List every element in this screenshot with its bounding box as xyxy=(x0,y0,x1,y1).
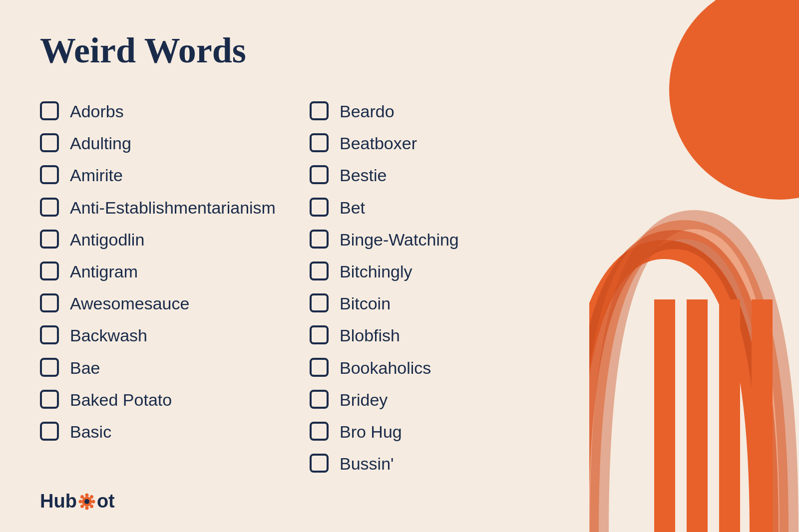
item-label: Bestie xyxy=(340,164,387,186)
checkbox-icon[interactable] xyxy=(40,133,59,152)
list-item: Bookaholics xyxy=(310,353,549,383)
checkbox-icon[interactable] xyxy=(40,165,59,184)
list-item: Basic xyxy=(40,417,280,447)
list-item: Amirite xyxy=(40,160,280,190)
hubspot-text-before: Hub xyxy=(40,491,77,512)
checkbox-icon[interactable] xyxy=(40,198,59,217)
checkbox-icon[interactable] xyxy=(310,262,329,280)
list-item: Bet xyxy=(310,193,549,223)
item-label: Bro Hug xyxy=(340,421,402,443)
list-item: Bestie xyxy=(310,160,549,190)
item-label: Bookaholics xyxy=(340,357,431,379)
checkbox-icon[interactable] xyxy=(40,262,59,280)
item-label: Antigram xyxy=(70,261,138,282)
list-item: Beatboxer xyxy=(310,128,549,158)
item-label: Backwash xyxy=(70,324,147,346)
checkbox-icon[interactable] xyxy=(310,390,329,409)
checkbox-icon[interactable] xyxy=(310,230,329,249)
hubspot-text-after: ot xyxy=(97,491,115,512)
list-item: Bussin' xyxy=(310,449,549,479)
checkbox-icon[interactable] xyxy=(310,101,329,120)
checkbox-icon[interactable] xyxy=(40,101,59,120)
checkbox-icon[interactable] xyxy=(310,325,329,344)
list-item: Adulting xyxy=(40,128,280,158)
list-item: Anti-Establishmentarianism xyxy=(40,193,280,223)
list-item: Binge-Watching xyxy=(310,225,549,255)
item-label: Bussin' xyxy=(340,453,394,475)
checkbox-icon[interactable] xyxy=(310,165,329,184)
svg-point-13 xyxy=(90,495,93,499)
item-label: Adulting xyxy=(70,132,131,154)
checkbox-icon[interactable] xyxy=(40,358,59,377)
svg-point-7 xyxy=(85,493,88,497)
item-label: Beatboxer xyxy=(340,132,417,154)
item-label: Bae xyxy=(70,357,100,379)
checkbox-icon[interactable] xyxy=(310,454,329,473)
item-label: Bet xyxy=(340,197,365,219)
list-item: Bridey xyxy=(310,385,549,415)
checkbox-icon[interactable] xyxy=(40,390,59,409)
svg-point-8 xyxy=(85,506,88,510)
list-item: Antigodlin xyxy=(40,225,280,255)
item-label: Anti-Establishmentarianism xyxy=(70,197,276,219)
list-item: Awesomesauce xyxy=(40,288,280,318)
checkbox-icon[interactable] xyxy=(310,133,329,152)
item-label: Bitchingly xyxy=(340,261,412,282)
list-item: Adorbs xyxy=(40,96,280,126)
list-item: Bro Hug xyxy=(310,417,549,447)
checkbox-icon[interactable] xyxy=(40,325,59,344)
item-label: Awesomesauce xyxy=(70,292,189,314)
item-label: Binge-Watching xyxy=(340,229,459,251)
svg-point-12 xyxy=(90,505,93,508)
item-label: Basic xyxy=(70,421,111,443)
list-item: Antigram xyxy=(40,257,280,286)
checkbox-icon[interactable] xyxy=(310,422,329,441)
item-label: Blobfish xyxy=(340,324,400,346)
item-label: Beardo xyxy=(340,100,395,122)
list-item: Beardo xyxy=(310,96,549,126)
column-left: AdorbsAdultingAmiriteAnti-Establishmenta… xyxy=(40,96,280,479)
checkbox-icon[interactable] xyxy=(40,422,59,441)
list-item: Backwash xyxy=(40,320,280,350)
hubspot-logo: Hub ot xyxy=(40,491,115,512)
column-right: BeardoBeatboxerBestieBetBinge-WatchingBi… xyxy=(310,96,549,479)
item-label: Bridey xyxy=(340,389,388,411)
word-list-container: AdorbsAdultingAmiriteAnti-Establishmenta… xyxy=(40,96,759,479)
page-title: Weird Words xyxy=(40,30,759,71)
checkbox-icon[interactable] xyxy=(310,293,329,312)
item-label: Antigodlin xyxy=(70,229,144,251)
checkbox-icon[interactable] xyxy=(310,358,329,377)
checkbox-icon[interactable] xyxy=(40,230,59,249)
list-item: Bae xyxy=(40,353,280,383)
hubspot-sprocket-icon xyxy=(77,492,96,511)
svg-point-6 xyxy=(84,499,89,504)
list-item: Bitchingly xyxy=(310,257,549,286)
svg-point-14 xyxy=(80,505,84,508)
checkbox-icon[interactable] xyxy=(40,293,59,312)
svg-point-9 xyxy=(78,500,82,503)
item-label: Amirite xyxy=(70,164,123,186)
svg-point-11 xyxy=(80,495,84,499)
checkbox-icon[interactable] xyxy=(310,198,329,217)
list-item: Bitcoin xyxy=(310,288,549,318)
item-label: Bitcoin xyxy=(340,292,391,314)
item-label: Adorbs xyxy=(70,100,124,122)
svg-point-10 xyxy=(91,500,95,503)
item-label: Baked Potato xyxy=(70,389,172,411)
list-item: Blobfish xyxy=(310,320,549,350)
list-item: Baked Potato xyxy=(40,385,280,415)
